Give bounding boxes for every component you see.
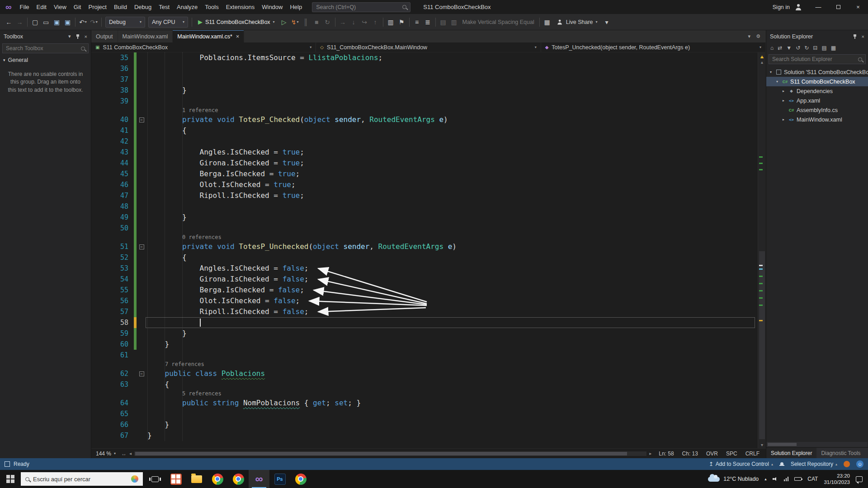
- chrome-profile-2-icon[interactable]: [228, 470, 249, 488]
- line-number[interactable]: 51: [91, 241, 134, 252]
- file-explorer-icon[interactable]: [186, 470, 207, 488]
- step-out-icon[interactable]: ↑: [370, 16, 381, 28]
- code-text[interactable]: Girona.IsChecked = false;: [146, 274, 758, 285]
- menu-file[interactable]: File: [16, 0, 33, 14]
- quick-search-box[interactable]: Search (Ctrl+Q): [312, 2, 410, 12]
- vertical-scrollbar[interactable]: ▲ ! ▴ ▾: [758, 52, 766, 448]
- code-text[interactable]: [146, 74, 758, 85]
- line-number[interactable]: 37: [91, 74, 134, 85]
- battery-icon[interactable]: [794, 477, 802, 481]
- codelens-references[interactable]: 7 references: [146, 361, 204, 368]
- line-number[interactable]: 36: [91, 63, 134, 74]
- solution-explorer-search-input[interactable]: Search Solution Explorer: [769, 54, 866, 64]
- weather-widget[interactable]: 12°C Nublado: [708, 476, 759, 482]
- code-text[interactable]: Berga.IsChecked = false;: [146, 285, 758, 296]
- scrollbar-thumb[interactable]: [135, 452, 627, 455]
- line-number[interactable]: 39: [91, 96, 134, 107]
- menu-window[interactable]: Window: [258, 0, 286, 14]
- line-number[interactable]: 53: [91, 263, 134, 274]
- horizontal-scrollbar[interactable]: [134, 451, 646, 456]
- close-icon[interactable]: ×: [236, 33, 240, 40]
- tab-mainwindow-xaml-cs[interactable]: MainWindow.xaml.cs*×: [173, 30, 244, 42]
- toolbox-section-general[interactable]: ▾ General: [0, 55, 91, 65]
- select-repository-button[interactable]: Select Repository ▴: [791, 461, 837, 467]
- menu-view[interactable]: View: [50, 0, 70, 14]
- scroll-up-icon[interactable]: ▴: [758, 60, 766, 65]
- close-icon[interactable]: ×: [85, 34, 87, 39]
- line-number[interactable]: 46: [91, 179, 134, 190]
- notifications-bell-icon[interactable]: [779, 462, 784, 467]
- document-list-icon[interactable]: ▾: [748, 33, 751, 39]
- show-all-files-icon[interactable]: ▤: [821, 45, 826, 51]
- save-icon[interactable]: ▣: [52, 16, 62, 28]
- code-text[interactable]: [146, 408, 758, 419]
- properties-icon[interactable]: ▦: [831, 45, 836, 51]
- breadcrumb-project[interactable]: ▣S11 ComboBoxCheckBox▾: [91, 42, 316, 52]
- gear-icon[interactable]: ⚙: [756, 33, 760, 39]
- line-number[interactable]: 49: [91, 212, 134, 223]
- tree-item-app-xaml[interactable]: ▸<>App.xaml: [766, 96, 868, 105]
- code-text[interactable]: }: [146, 339, 758, 350]
- background-tasks-icon[interactable]: [5, 461, 10, 467]
- codelens-references[interactable]: 1 reference: [146, 107, 218, 114]
- expander-right-icon[interactable]: ▸: [781, 117, 786, 122]
- line-number[interactable]: 64: [91, 398, 134, 408]
- line-number[interactable]: 58: [91, 317, 134, 328]
- line-number[interactable]: 54: [91, 274, 134, 285]
- tab-output[interactable]: Output: [91, 30, 118, 42]
- code-text[interactable]: }: [146, 85, 758, 96]
- keyboard-language-indicator[interactable]: CAT: [807, 476, 818, 482]
- code-text[interactable]: [146, 63, 758, 74]
- solution-platforms-dropdown[interactable]: Any CPU▾: [148, 17, 188, 28]
- warning-icon[interactable]: ▲ !: [758, 53, 766, 59]
- step-over-icon[interactable]: ↪: [359, 16, 370, 28]
- code-text[interactable]: [146, 223, 758, 234]
- line-number[interactable]: 63: [91, 379, 134, 390]
- tab-diagnostic-tools[interactable]: Diagnostic Tools: [816, 448, 865, 458]
- show-hidden-icons-button[interactable]: ▴: [764, 477, 767, 481]
- refresh-icon[interactable]: ↻: [804, 45, 809, 51]
- minimize-button[interactable]: —: [808, 0, 828, 14]
- toolbar-options-icon[interactable]: ▾: [602, 16, 612, 28]
- action-center-icon[interactable]: [856, 476, 863, 482]
- restart-icon[interactable]: ↻: [322, 16, 333, 28]
- line-number[interactable]: 38: [91, 85, 134, 96]
- line-ending-indicator[interactable]: CRLF: [745, 450, 760, 457]
- code-text[interactable]: }: [146, 328, 758, 339]
- line-number[interactable]: 67: [91, 430, 134, 441]
- task-view-button[interactable]: [145, 470, 165, 488]
- home-icon[interactable]: ⌂: [770, 45, 774, 51]
- switch-views-icon[interactable]: ⇄: [778, 45, 782, 51]
- tree-item-solution-s11-comboboxcheckbox[interactable]: ▾Solution 'S11 ComboBoxCheckBox': [766, 67, 868, 77]
- menu-tools[interactable]: Tools: [201, 0, 222, 14]
- step-into-icon[interactable]: ↓: [349, 16, 359, 28]
- code-text[interactable]: }: [146, 430, 758, 441]
- clock[interactable]: 23:20 31/10/2023: [824, 473, 850, 486]
- expander-right-icon[interactable]: ▸: [781, 89, 786, 93]
- tree-item-mainwindow-xaml[interactable]: ▸<>MainWindow.xaml: [766, 115, 868, 124]
- navigate-backward-icon[interactable]: ←: [4, 16, 14, 28]
- window-position-icon[interactable]: ▾: [68, 33, 71, 39]
- scroll-down-icon[interactable]: ▾: [758, 442, 766, 447]
- add-to-source-control-button[interactable]: ↥ Add to Source Control ▴: [709, 461, 773, 467]
- line-number[interactable]: 47: [91, 190, 134, 201]
- code-text[interactable]: private void TotesP_Checked(object sende…: [146, 114, 758, 125]
- breadcrumb-class[interactable]: ◇S11_ComboBoxCheckBox.MainWindow▾: [316, 42, 541, 52]
- code-text[interactable]: Olot.IsChecked = false;: [146, 296, 758, 306]
- menu-extensions[interactable]: Extensions: [222, 0, 259, 14]
- comment-lines-icon[interactable]: ≡: [412, 16, 422, 28]
- code-text[interactable]: [146, 96, 758, 107]
- tree-item-assemblyinfo-cs[interactable]: C#AssemblyInfo.cs: [766, 105, 868, 115]
- menu-help[interactable]: Help: [286, 0, 306, 14]
- code-text[interactable]: [146, 317, 758, 328]
- line-number[interactable]: 44: [91, 158, 134, 169]
- code-text[interactable]: Angles.IsChecked = true;: [146, 147, 758, 158]
- zoom-selector[interactable]: 144 % ▾: [93, 450, 118, 457]
- make-horizontal-spacing-equal-icon[interactable]: ▥: [449, 16, 459, 28]
- expander-down-icon[interactable]: ▾: [774, 80, 780, 84]
- whitespace-indicator[interactable]: SPC: [726, 450, 737, 457]
- code-text[interactable]: }: [146, 419, 758, 430]
- code-text[interactable]: }: [146, 212, 758, 223]
- network-icon[interactable]: [784, 477, 789, 481]
- line-number[interactable]: 57: [91, 306, 134, 317]
